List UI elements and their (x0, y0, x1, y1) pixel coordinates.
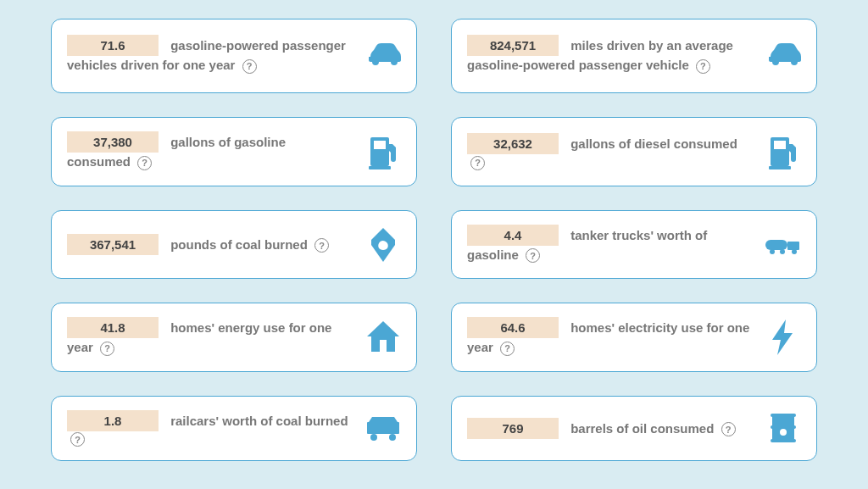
car-icon (764, 36, 803, 75)
value-badge: 769 (467, 418, 559, 439)
card-miles-driven: 824,571 miles driven by an average gasol… (451, 19, 817, 93)
help-icon[interactable]: ? (470, 156, 485, 170)
tanker-truck-icon (764, 225, 803, 264)
card-tanker-trucks: 4.4 tanker trucks' worth of gasoline ? (451, 210, 817, 280)
help-icon[interactable]: ? (696, 59, 710, 74)
oil-barrel-icon (764, 408, 803, 447)
card-label: gallons of diesel consumed (570, 136, 737, 151)
help-icon[interactable]: ? (721, 422, 736, 436)
help-icon[interactable]: ? (100, 342, 114, 356)
railcar-icon (364, 408, 403, 447)
value-badge: 367,541 (67, 234, 159, 255)
card-railcars-coal: 1.8 railcars' worth of coal burned ? (51, 396, 417, 462)
house-icon (364, 318, 403, 357)
value-badge: 37,380 (67, 131, 159, 153)
value-badge: 71.6 (67, 35, 159, 56)
value-badge: 64.6 (467, 317, 559, 338)
lightning-bolt-icon (764, 318, 803, 357)
card-coal-pounds: 367,541 pounds of coal burned ? (51, 210, 417, 280)
card-diesel-gallons: 32,632 gallons of diesel consumed ? (451, 117, 817, 186)
value-badge: 4.4 (467, 225, 559, 246)
value-badge: 41.8 (67, 317, 159, 338)
coal-flame-icon (364, 225, 403, 264)
help-icon[interactable]: ? (242, 59, 257, 74)
card-vehicles-driven: 71.6 gasoline-powered passenger vehicles… (51, 19, 417, 93)
gas-pump-icon (764, 132, 803, 171)
value-badge: 1.8 (67, 410, 159, 431)
help-icon[interactable]: ? (500, 342, 515, 356)
help-icon[interactable]: ? (137, 156, 152, 170)
card-home-energy: 41.8 homes' energy use for one year ? (51, 303, 417, 372)
card-oil-barrels: 769 barrels of oil consumed ? (451, 396, 817, 462)
gas-pump-icon (364, 132, 403, 171)
value-badge: 824,571 (467, 35, 559, 56)
card-label: barrels of oil consumed (570, 421, 714, 436)
car-icon (364, 36, 403, 75)
card-gasoline-gallons: 37,380 gallons of gasoline consumed ? (51, 117, 417, 186)
help-icon[interactable]: ? (526, 248, 540, 263)
card-home-electricity: 64.6 homes' electricity use for one year… (451, 303, 817, 372)
help-icon[interactable]: ? (314, 238, 329, 253)
card-label: railcars' worth of coal burned (170, 414, 348, 428)
value-badge: 32,632 (467, 133, 559, 154)
card-label: pounds of coal burned (170, 237, 308, 252)
help-icon[interactable]: ? (70, 432, 85, 447)
